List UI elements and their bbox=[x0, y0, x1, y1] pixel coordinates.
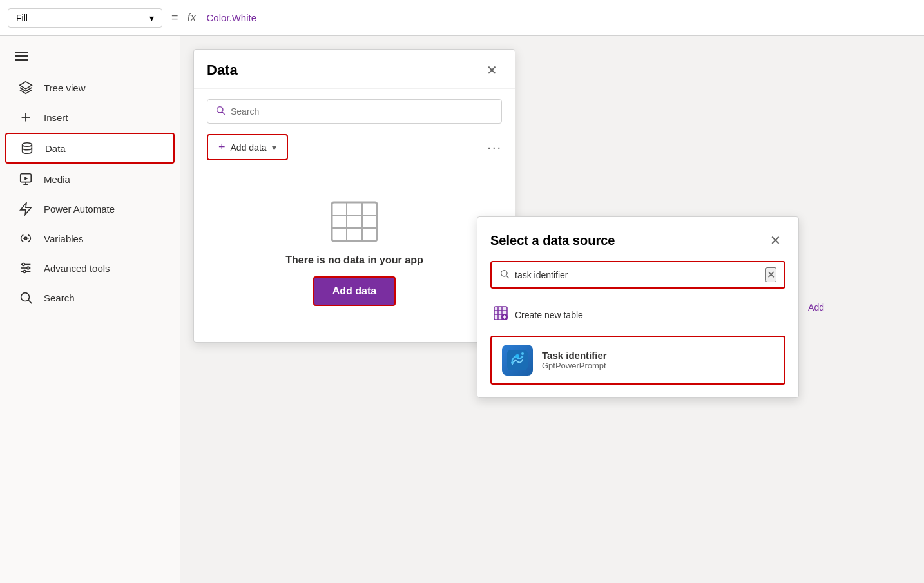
formula-bar: Fill ▾ = fx Color.White bbox=[0, 0, 924, 36]
chevron-down-icon: ▾ bbox=[272, 142, 276, 153]
add-data-row: + Add data ▾ ··· bbox=[207, 134, 502, 160]
source-result-subtitle: GptPowerPrompt bbox=[542, 361, 607, 370]
sidebar-item-data[interactable]: Data bbox=[5, 133, 175, 164]
sidebar-item-insert[interactable]: Insert bbox=[5, 103, 175, 131]
variables-icon bbox=[18, 231, 34, 246]
svg-point-16 bbox=[217, 107, 223, 113]
advanced-tools-icon bbox=[18, 260, 34, 276]
formula-value: Color.White bbox=[207, 12, 257, 23]
property-dropdown[interactable]: Fill ▾ bbox=[8, 8, 162, 28]
sidebar-item-power-automate[interactable]: Power Automate bbox=[5, 195, 175, 223]
sidebar-item-variables[interactable]: Variables bbox=[5, 224, 175, 253]
sidebar-item-search[interactable]: Search bbox=[5, 283, 175, 312]
sidebar-label-media: Media bbox=[44, 174, 70, 185]
source-title: Select a data source bbox=[490, 233, 615, 248]
svg-rect-18 bbox=[332, 202, 377, 241]
chevron-down-icon: ▾ bbox=[149, 13, 154, 23]
plus-icon bbox=[18, 110, 34, 125]
svg-line-15 bbox=[28, 300, 32, 303]
sidebar-label-advanced-tools: Advanced tools bbox=[44, 263, 110, 274]
svg-point-11 bbox=[23, 263, 25, 266]
source-header: Select a data source ✕ bbox=[490, 230, 785, 251]
media-icon bbox=[18, 171, 34, 187]
svg-point-36 bbox=[511, 361, 514, 364]
source-search-icon bbox=[499, 269, 510, 282]
empty-state: There is no data in your app Add data bbox=[207, 173, 502, 332]
sidebar-label-power-automate: Power Automate bbox=[44, 204, 115, 215]
empty-message: There is no data in your app bbox=[285, 254, 423, 266]
search-icon bbox=[18, 290, 34, 305]
source-result-name: Task identifier bbox=[542, 350, 607, 361]
svg-line-17 bbox=[222, 112, 225, 115]
sidebar: Tree view Insert Data M bbox=[0, 36, 180, 583]
power-automate-icon bbox=[18, 201, 34, 216]
data-search-box bbox=[207, 99, 502, 124]
create-table-icon bbox=[493, 305, 508, 324]
add-data-label: Add data bbox=[231, 142, 267, 153]
property-dropdown-label: Fill bbox=[16, 13, 28, 23]
fx-icon: fx bbox=[188, 11, 197, 24]
add-data-purple-button[interactable]: Add data bbox=[313, 276, 396, 306]
svg-point-35 bbox=[521, 352, 524, 355]
data-panel-title: Data bbox=[207, 62, 238, 79]
svg-line-24 bbox=[506, 276, 509, 278]
edge-add-text: Add bbox=[808, 302, 824, 312]
source-result-item[interactable]: Task identifier GptPowerPrompt bbox=[490, 336, 785, 385]
create-new-table-option[interactable]: Create new table bbox=[490, 299, 785, 330]
svg-point-14 bbox=[21, 293, 30, 301]
sidebar-label-data: Data bbox=[45, 143, 66, 154]
more-options-button[interactable]: ··· bbox=[487, 140, 502, 155]
source-close-button[interactable]: ✕ bbox=[765, 230, 785, 251]
svg-rect-33 bbox=[507, 350, 528, 370]
sidebar-label-insert: Insert bbox=[44, 112, 68, 123]
data-panel-header: Data ✕ bbox=[194, 50, 515, 89]
empty-table-icon bbox=[329, 199, 380, 244]
sidebar-label-tree-view: Tree view bbox=[44, 82, 85, 93]
svg-point-13 bbox=[23, 271, 26, 273]
source-search-input[interactable] bbox=[515, 270, 760, 280]
sidebar-label-variables: Variables bbox=[44, 233, 83, 244]
main-content: Data ✕ + Add data ▾ ··· bbox=[180, 36, 924, 583]
svg-point-12 bbox=[27, 267, 30, 269]
create-table-label: Create new table bbox=[515, 310, 583, 320]
data-panel-body: + Add data ▾ ··· There is no data in you… bbox=[194, 89, 515, 342]
select-source-panel: Select a data source ✕ ✕ bbox=[477, 216, 799, 398]
svg-marker-0 bbox=[20, 82, 32, 89]
svg-marker-5 bbox=[24, 177, 28, 180]
source-search-box: ✕ bbox=[490, 261, 785, 289]
source-result-icon bbox=[502, 345, 533, 376]
database-icon bbox=[19, 140, 35, 156]
plus-icon: + bbox=[218, 140, 226, 154]
sidebar-item-advanced-tools[interactable]: Advanced tools bbox=[5, 254, 175, 282]
source-search-clear-button[interactable]: ✕ bbox=[765, 267, 776, 282]
svg-point-3 bbox=[23, 143, 32, 147]
equals-sign: = bbox=[171, 11, 178, 24]
data-panel-close-button[interactable]: ✕ bbox=[481, 60, 502, 81]
data-panel: Data ✕ + Add data ▾ ··· bbox=[193, 49, 515, 343]
search-icon-purple bbox=[215, 105, 226, 118]
add-data-dropdown-button[interactable]: + Add data ▾ bbox=[207, 134, 288, 160]
sidebar-label-search: Search bbox=[44, 292, 75, 303]
layers-icon bbox=[18, 80, 34, 95]
sidebar-item-tree-view[interactable]: Tree view bbox=[5, 73, 175, 102]
sidebar-item-media[interactable]: Media bbox=[5, 165, 175, 193]
data-search-input[interactable] bbox=[231, 106, 494, 117]
svg-point-23 bbox=[501, 270, 507, 276]
hamburger-menu[interactable] bbox=[13, 49, 167, 63]
svg-point-34 bbox=[515, 354, 519, 358]
source-result-text: Task identifier GptPowerPrompt bbox=[542, 350, 607, 370]
